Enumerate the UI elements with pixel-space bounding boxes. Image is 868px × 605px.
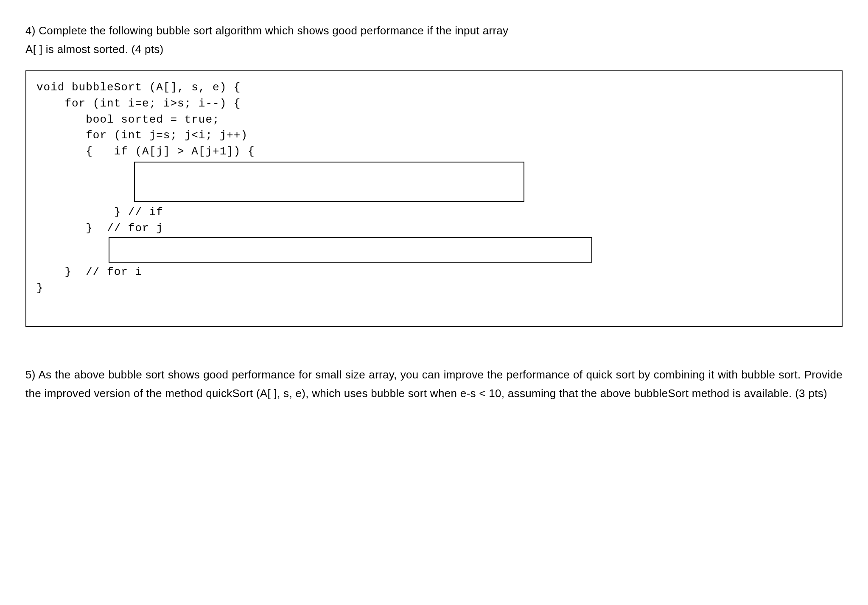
question-4-prompt: 4) Complete the following bubble sort al… [25, 21, 843, 59]
code-line-7: } // if [36, 204, 832, 221]
blank-box-1[interactable] [134, 162, 524, 202]
code-line-10: } [36, 280, 832, 297]
question-5-prompt: 5) As the above bubble sort shows good p… [25, 365, 843, 403]
code-line-6: { if (A[j] > A[j+1]) { [36, 144, 832, 160]
code-line-8: } // for j [36, 221, 832, 237]
q4-line2: A[ ] is almost sorted. (4 pts) [25, 43, 163, 56]
q5-text: 5) As the above bubble sort shows good p… [25, 368, 843, 400]
code-line-4: bool sorted = true; [36, 112, 832, 128]
q4-line1: 4) Complete the following bubble sort al… [25, 24, 508, 37]
code-box: void bubbleSort (A[], s, e) { for (int i… [25, 70, 843, 327]
code-line-3: for (int i=e; i>s; i--) { [36, 96, 832, 112]
code-line-5: for (int j=s; j<i; j++) [36, 128, 832, 144]
code-line-9: } // for i [36, 264, 832, 280]
blank-box-2[interactable] [109, 237, 592, 263]
code-line-1: void bubbleSort (A[], s, e) { [36, 80, 832, 96]
